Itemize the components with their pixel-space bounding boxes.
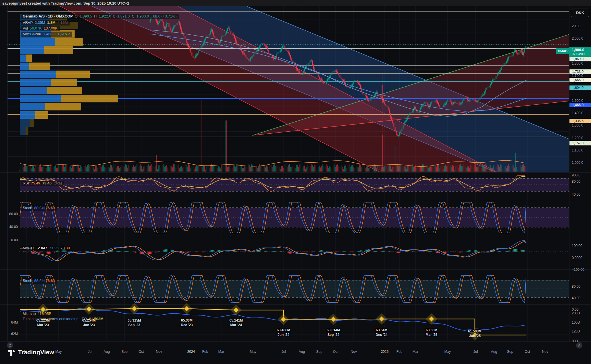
high-value: 1,922.0 — [99, 14, 111, 19]
price-tick: 1,100.0 — [572, 148, 583, 152]
bar-countdown: 07:04:00 — [572, 52, 591, 56]
shares-label: Total common shares outstanding · FQ — [23, 317, 87, 321]
time-axis-label[interactable]: Jul — [281, 350, 286, 354]
change-value: +68.0 (+3.71%) — [151, 14, 177, 19]
rsi-legend[interactable]: RSI 75.49 73.40 ∅ ∅ — [21, 181, 64, 186]
price-level-tag: 1,336.5 — [569, 119, 591, 123]
ma-value-2: 1,615.7 — [58, 32, 70, 36]
vrvp-legend[interactable]: VRVP 2.35M 1.8M 4.16M — [21, 20, 70, 26]
macd-scale-tick: 100.00 — [572, 244, 582, 248]
time-axis-label[interactable]: Feb — [396, 350, 403, 354]
price-tick: 2,100 — [572, 24, 580, 28]
time-axis-label[interactable]: Sep — [121, 350, 127, 354]
watermark-bar: savepiginvest created with TradingView.c… — [0, 0, 591, 6]
stoch-scale-tick: 0.00 — [572, 307, 578, 312]
volume-value-1: 56.07K — [30, 26, 42, 31]
stoch-scale-tick: 40.00 — [572, 296, 580, 300]
symbol-legend[interactable]: Genmab A/S · 1D · OMXCOP O 1,890.5 H 1,9… — [21, 14, 179, 19]
time-axis-label[interactable]: Oct — [333, 350, 339, 354]
ma-value-1: 1,468.9 — [43, 32, 55, 36]
time-axis-label[interactable]: Feb — [202, 350, 208, 354]
time-axis-label[interactable]: May — [444, 350, 451, 354]
time-axis-label[interactable]: Jul — [473, 350, 478, 354]
stoch1-value-2: 76.63 — [46, 206, 55, 210]
macd-value-3: 73.30 — [61, 246, 70, 250]
time-axis-label[interactable]: Aug — [299, 350, 305, 354]
time-axis-label[interactable]: Mar — [413, 350, 419, 354]
time-axis-label[interactable]: Sep — [316, 350, 322, 354]
stoch-scale-tick: 0.00 — [6, 238, 18, 242]
vrvp-value-2: 1.8M — [47, 20, 55, 25]
shares-event-label: 63.514MSep '24 — [327, 328, 340, 337]
price-tick: 1,200.0 — [572, 136, 583, 140]
vrvp-label: VRVP — [23, 20, 33, 25]
stoch1-value-1: 88.24 — [34, 206, 44, 210]
time-axis-label[interactable]: Jul — [88, 350, 92, 354]
price-level-tag: 1,157.0 — [569, 141, 591, 145]
stoch2-legend[interactable]: Stoch 88.24 76.63 — [21, 278, 57, 284]
mktcap-label: Mkt cap — [23, 312, 36, 316]
rsi-value-3: ∅ — [54, 181, 57, 186]
shares-scale-tick: 64M — [6, 320, 18, 324]
symbol-price-flag: GMAB — [556, 48, 569, 54]
tradingview-logo-text: TradingView — [18, 349, 54, 356]
time-axis-label[interactable]: Mar — [218, 350, 224, 354]
chart-canvas[interactable] — [0, 6, 591, 353]
scale-reset-button[interactable]: Z — [7, 342, 13, 349]
low-label: L — [113, 14, 115, 19]
time-axis-label[interactable]: Oct — [139, 350, 144, 354]
stoch2-value-2: 76.63 — [46, 279, 55, 283]
price-tick: 2,000.0 — [572, 36, 583, 40]
macd-scale-tick: −100.00 — [572, 268, 584, 272]
time-axis-label[interactable]: May — [250, 350, 256, 354]
mktcap-scale-tick: 200B — [572, 311, 580, 315]
tradingview-chart-window: savepiginvest created with TradingView.c… — [0, 0, 591, 364]
time-axis-label[interactable]: Nov — [156, 350, 162, 354]
time-axis-label[interactable]: Aug — [104, 350, 110, 354]
mktcap-scale-tick: 80B — [572, 339, 578, 343]
vrvp-value-3: 4.16M — [57, 20, 68, 25]
time-axis-label[interactable]: Oct — [525, 350, 530, 354]
chart-stage[interactable]: Genmab A/S · 1D · OMXCOP O 1,890.5 H 1,9… — [0, 6, 591, 353]
currency-button[interactable]: DKK — [571, 9, 589, 17]
mktcap-value: 116.95B — [38, 312, 51, 316]
high-label: H — [94, 14, 97, 19]
mktcap-scale-tick: 160B — [572, 320, 580, 324]
current-price-tag: 1,900.0 07:04:00 — [569, 47, 591, 57]
shares-event-label: 61.503MJun '25 — [468, 329, 482, 338]
macd-value-2: 71.25 — [49, 246, 59, 250]
rsi-value-4: ∅ — [59, 181, 62, 186]
stoch2-value-1: 88.24 — [34, 279, 44, 283]
time-axis-label[interactable]: 2025 — [381, 350, 389, 354]
shares-event-label: 65.315MSep '23 — [128, 318, 141, 327]
close-label: C — [132, 14, 134, 19]
price-tick: 1,300.0 — [572, 123, 583, 127]
ma-legend[interactable]: MA50&200 1,468.9 1,615.7 — [21, 32, 72, 37]
price-level-tag: 1,604.0 — [569, 85, 591, 90]
macd-legend[interactable]: MACD −2.047 71.25 73.30 — [21, 246, 72, 251]
shares-scale-tick: 62M — [6, 332, 18, 336]
mktcap-legend[interactable]: Mkt cap 116.95B — [21, 311, 53, 317]
stoch1-legend[interactable]: Stoch 88.24 76.63 — [21, 205, 57, 211]
stoch2-label: Stoch — [23, 279, 32, 283]
auto-scale-button[interactable]: A — [576, 342, 582, 349]
symbol-title: Genmab A/S · 1D · OMXCOP — [23, 14, 73, 19]
price-tick: 1,000.0 — [572, 161, 583, 165]
tradingview-logo-icon — [8, 349, 15, 356]
rsi-scale-tick: 80.00 — [572, 180, 580, 184]
stoch-scale-tick: 80.00 — [6, 212, 18, 216]
ma-label: MA50&200 — [23, 32, 41, 36]
shares-event-label: 63.54MDec '24 — [376, 328, 388, 337]
time-axis-label[interactable]: Sep — [507, 350, 513, 354]
time-axis-label[interactable]: Aug — [491, 350, 497, 354]
time-axis-label[interactable]: 2024 — [187, 350, 195, 354]
shares-event-label: 65.141MMar '24 — [230, 318, 243, 327]
current-price-value: 1,900.0 — [572, 48, 591, 52]
time-axis-label[interactable]: Nov — [542, 350, 548, 354]
shares-event-label: 63.55MMar '25 — [426, 328, 438, 337]
time-axis-label[interactable]: May — [55, 350, 62, 354]
tradingview-logo[interactable]: TradingView — [8, 349, 54, 356]
time-axis-label[interactable]: Nov — [351, 350, 357, 354]
volume-value-2: 137.09K — [44, 26, 57, 31]
volume-legend[interactable]: Vol 56.07K 137.09K — [21, 26, 60, 31]
